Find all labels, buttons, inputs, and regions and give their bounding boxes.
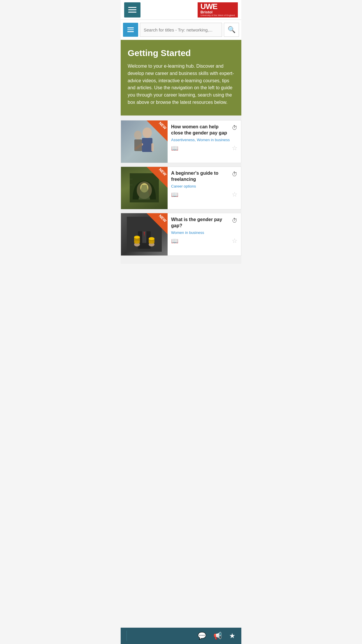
- svg-point-24: [149, 237, 154, 240]
- star-icon[interactable]: ☆: [232, 191, 238, 198]
- main-menu-button[interactable]: [124, 2, 140, 18]
- timer-icon: ⏱: [232, 217, 238, 224]
- star-icon[interactable]: ☆: [232, 144, 238, 152]
- svg-point-4: [134, 131, 142, 139]
- card-title-row: What is the gender pay gap? ⏱: [171, 217, 238, 229]
- card-freelancing[interactable]: NEW A beginner's guide to freelancing ⏱ …: [121, 167, 241, 209]
- card-title-row: How women can help close the gender pay …: [171, 124, 238, 136]
- hamburger-line: [128, 9, 136, 10]
- filter-menu-button[interactable]: [123, 23, 138, 37]
- card-image-wrap: NEW: [121, 120, 168, 163]
- hero-title: Getting Started: [128, 48, 234, 58]
- timer-icon: ⏱: [232, 171, 238, 178]
- hero-banner: Getting Started Welcome to your e-learni…: [121, 40, 241, 116]
- card-title: A beginner's guide to freelancing: [171, 170, 230, 183]
- filter-line: [127, 31, 134, 32]
- card-title-row: A beginner's guide to freelancing ⏱: [171, 170, 238, 183]
- book-icon: 📖: [171, 191, 178, 198]
- card-content: What is the gender pay gap? ⏱ Women in b…: [168, 213, 241, 256]
- search-button[interactable]: 🔍: [224, 23, 239, 37]
- card-tags[interactable]: Career options: [171, 184, 238, 188]
- filter-line: [127, 27, 134, 28]
- card-tags[interactable]: Women in business: [171, 230, 238, 235]
- card-gender-pay-gap[interactable]: NEW How women can help close the gender …: [121, 120, 241, 163]
- logo-subtitle: University of the West of England: [201, 14, 235, 17]
- svg-point-21: [134, 236, 140, 239]
- card-image-wrap: NEW: [121, 213, 168, 256]
- book-icon: 📖: [171, 145, 178, 152]
- card-list: NEW How women can help close the gender …: [121, 116, 241, 264]
- hero-text: Welcome to your e-learning hub. Discover…: [128, 63, 234, 106]
- filter-line: [127, 29, 134, 30]
- book-icon: 📖: [171, 237, 178, 244]
- card-title: How women can help close the gender pay …: [171, 124, 230, 136]
- timer-icon: ⏱: [232, 125, 238, 131]
- card-bottom-row: 📖 ☆: [171, 144, 238, 152]
- search-icon: 🔍: [228, 26, 236, 34]
- hamburger-line: [128, 7, 136, 8]
- card-gender-pay-gap2[interactable]: NEW What is the gender pay gap? ⏱ Women …: [121, 213, 241, 256]
- uwe-logo[interactable]: UWE Bristol University of the West of En…: [198, 2, 238, 18]
- logo-bristol-text: Bristol: [201, 10, 212, 14]
- card-title: What is the gender pay gap?: [171, 217, 230, 229]
- search-bar: 🔍: [121, 20, 241, 40]
- search-input[interactable]: [140, 23, 222, 37]
- logo-uwe-text: UWE: [201, 3, 217, 10]
- new-badge: [147, 120, 168, 141]
- card-bottom-row: 📖 ☆: [171, 191, 238, 198]
- card-content: A beginner's guide to freelancing ⏱ Care…: [168, 167, 241, 209]
- hamburger-line: [128, 12, 136, 13]
- card-image-wrap: NEW: [121, 167, 168, 209]
- top-header: UWE Bristol University of the West of En…: [121, 0, 241, 20]
- star-icon[interactable]: ☆: [232, 237, 238, 245]
- card-content: How women can help close the gender pay …: [168, 120, 241, 163]
- card-bottom-row: 📖 ☆: [171, 237, 238, 245]
- svg-rect-5: [134, 139, 142, 151]
- new-badge: [147, 213, 168, 234]
- new-badge: [147, 167, 168, 188]
- card-tags[interactable]: Assertiveness, Women in business: [171, 138, 238, 142]
